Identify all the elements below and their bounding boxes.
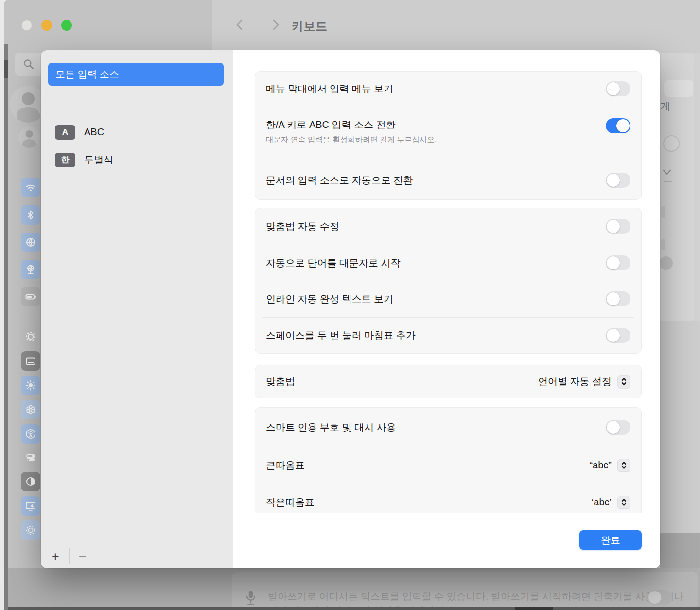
page-title: 키보드	[292, 18, 328, 34]
desktop-edge	[4, 44, 8, 610]
flower-icon	[25, 404, 36, 415]
show-input-menu-toggle[interactable]	[606, 81, 630, 96]
background-circle-fragment	[659, 256, 673, 270]
contrast-icon	[25, 476, 36, 487]
toggle-knob	[607, 256, 620, 269]
up-down-chevrons-icon	[620, 498, 628, 507]
done-button[interactable]: 완료	[579, 530, 642, 550]
dictation-card: 받아쓰기로 어디서든 텍스트를 입력할 수 있습니다. 받아쓰기를 시작하려면 …	[232, 572, 698, 610]
setting-row: 맞춤법 언어별 자동 설정	[262, 365, 634, 398]
bottom-edge	[4, 607, 700, 610]
input-sources-sheet: 모든 입력 소스 A ABC 한 두벌식 + −	[41, 50, 660, 568]
globe-stand-icon	[25, 264, 36, 275]
spelling-select-button[interactable]	[617, 375, 630, 388]
han-a-key-switch-toggle[interactable]	[606, 118, 630, 133]
sidebar-item-vpn[interactable]	[21, 260, 40, 279]
setting-label: 스페이스를 두 번 눌러 마침표 추가	[266, 329, 416, 342]
list-item-dubeolsik[interactable]: 한 두벌식	[41, 146, 233, 174]
settings-scroll-area[interactable]: 메뉴 막대에서 입력 메뉴 보기 한/A 키로 ABC 입력 소스 전환 대문자…	[233, 50, 660, 513]
sidebar-item-general[interactable]	[21, 327, 40, 346]
setting-row: 문서의 입력 소스로 자동으로 전환	[262, 161, 634, 199]
double-quote-select-button[interactable]	[617, 459, 630, 472]
battery-icon	[25, 291, 36, 303]
divider	[41, 544, 233, 544]
double-space-period-toggle[interactable]	[606, 328, 630, 343]
minimize-button[interactable]	[41, 20, 52, 31]
screen: 키보드	[0, 0, 700, 610]
sidebar-item-desktop-dock[interactable]	[21, 351, 40, 371]
add-input-source-button[interactable]: +	[46, 547, 65, 566]
setting-label: 스마트 인용 부호 및 대시 사용	[266, 421, 396, 434]
dock-window-icon	[25, 355, 36, 367]
inline-predictions-toggle[interactable]	[606, 291, 630, 306]
setting-row: 작은따옴표 ‘abc’	[262, 484, 634, 513]
sidebar-item-bluetooth[interactable]	[21, 205, 40, 225]
settings-group: 메뉴 막대에서 입력 메뉴 보기 한/A 키로 ABC 입력 소스 전환 대문자…	[255, 71, 642, 200]
single-quote-select-value: ‘abc’	[592, 497, 612, 508]
single-quote-select-button[interactable]	[617, 496, 630, 509]
globe-icon	[25, 236, 36, 248]
back-icon[interactable]	[235, 18, 245, 32]
dictation-section: 받아쓰기로 어디서든 텍스트를 입력할 수 있습니다. 받아쓰기를 시작하려면 …	[4, 568, 700, 610]
toggle-knob	[616, 119, 630, 132]
settings-group: 스마트 인용 부호 및 대시 사용 큰따옴표 “abc”	[255, 407, 642, 513]
forward-icon[interactable]	[271, 18, 281, 32]
background-stepper-fragment	[661, 239, 665, 250]
chevron-down-icon	[661, 168, 673, 178]
list-item-abc[interactable]: A ABC	[41, 118, 233, 146]
up-down-chevrons-icon	[620, 461, 628, 470]
auto-switch-document-toggle[interactable]	[606, 173, 630, 188]
setting-row: 맞춤법 자동 수정	[262, 208, 634, 245]
sidebar-item-accessibility[interactable]	[21, 424, 40, 444]
sidebar-item-appearance[interactable]	[21, 472, 40, 491]
divider	[69, 548, 70, 564]
background-text-fragment: 게	[660, 99, 670, 113]
sun-icon	[25, 379, 36, 391]
setting-row: 스마트 인용 부호 및 대시 사용	[262, 408, 634, 447]
toggle-knob	[607, 421, 620, 434]
remove-input-source-button[interactable]: −	[73, 547, 92, 566]
spelling-select-value: 언어별 자동 설정	[538, 375, 612, 388]
toggle-knob	[607, 174, 620, 187]
wifi-icon	[25, 181, 36, 193]
smart-quotes-toggle[interactable]	[606, 420, 630, 435]
background-lower-band	[660, 533, 700, 569]
sidebar-item-touch-id[interactable]	[21, 520, 40, 540]
sidebar-item-all-input-sources[interactable]: 모든 입력 소스	[48, 63, 224, 86]
scrollbar[interactable]	[694, 53, 700, 321]
sheet-footer: 완료	[233, 513, 660, 568]
sidebar-item-network[interactable]	[21, 233, 40, 252]
setting-row: 자동으로 단어를 대문자로 시작	[262, 245, 634, 281]
divider	[55, 101, 217, 101]
selected-item-label: 모든 입력 소스	[55, 68, 119, 81]
close-button[interactable]	[21, 20, 32, 31]
family-avatar[interactable]	[18, 126, 40, 148]
toggle-knob	[607, 292, 620, 305]
setting-row: 큰따옴표 “abc”	[262, 447, 634, 484]
input-source-badge: 한	[55, 153, 75, 167]
toggles-icon	[25, 452, 36, 464]
setting-label: 메뉴 막대에서 입력 메뉴 보기	[266, 82, 393, 95]
screen-moon-icon	[25, 500, 36, 512]
background-toggle-fragment	[663, 135, 680, 152]
sidebar-item-control-center[interactable]	[21, 448, 40, 467]
dictation-toggle[interactable]	[648, 590, 672, 605]
setting-label: 작은따옴표	[266, 496, 315, 509]
autocorrect-toggle[interactable]	[606, 219, 630, 234]
sidebar-item-lock-screen[interactable]	[21, 496, 40, 516]
sheet-sidebar: 모든 입력 소스 A ABC 한 두벌식 + −	[41, 50, 233, 568]
auto-capitalize-toggle[interactable]	[606, 255, 630, 270]
setting-row: 스페이스를 두 번 눌러 마침표 추가	[262, 317, 634, 354]
background-stepper-fragment	[661, 206, 665, 218]
bluetooth-icon	[25, 209, 36, 221]
sidebar-item-battery[interactable]	[21, 287, 40, 306]
sidebar-item-wifi[interactable]	[21, 178, 40, 197]
setting-label: 맞춤법 자동 수정	[266, 220, 339, 233]
input-source-label: ABC	[84, 126, 104, 138]
toggle-knob	[607, 82, 620, 95]
sidebar-item-wallpaper[interactable]	[21, 400, 40, 419]
sidebar-item-displays[interactable]	[21, 376, 40, 395]
microphone-icon	[245, 590, 257, 608]
zoom-button[interactable]	[61, 20, 72, 31]
input-source-label: 두벌식	[84, 153, 113, 166]
